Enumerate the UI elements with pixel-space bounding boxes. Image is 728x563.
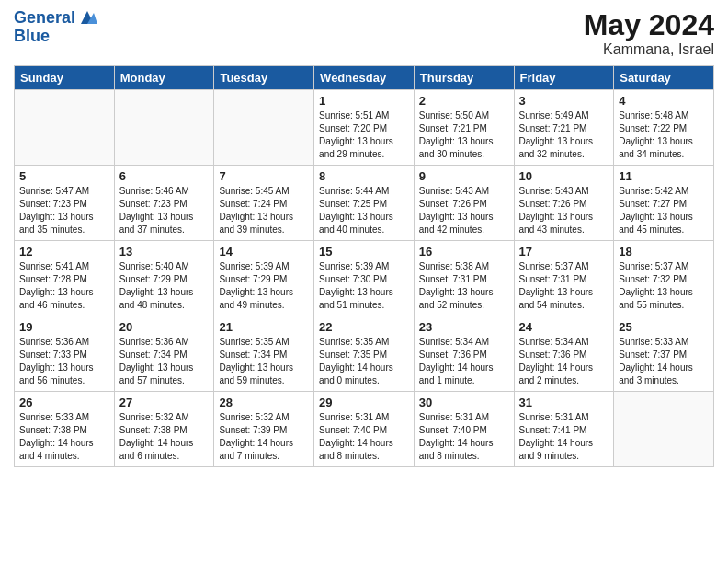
calendar-cell: 21Sunrise: 5:35 AM Sunset: 7:34 PM Dayli… <box>214 316 314 392</box>
day-number: 28 <box>219 396 309 409</box>
header-tuesday: Tuesday <box>214 66 314 90</box>
calendar-cell: 14Sunrise: 5:39 AM Sunset: 7:29 PM Dayli… <box>214 241 314 316</box>
day-number: 15 <box>319 245 409 259</box>
day-info: Sunrise: 5:40 AM Sunset: 7:29 PM Dayligh… <box>119 260 210 312</box>
calendar-cell: 19Sunrise: 5:36 AM Sunset: 7:33 PM Dayli… <box>15 316 115 392</box>
calendar-cell: 7Sunrise: 5:45 AM Sunset: 7:24 PM Daylig… <box>214 166 314 241</box>
calendar-cell: 10Sunrise: 5:43 AM Sunset: 7:26 PM Dayli… <box>514 166 614 241</box>
day-info: Sunrise: 5:46 AM Sunset: 7:23 PM Dayligh… <box>119 185 210 236</box>
day-info: Sunrise: 5:47 AM Sunset: 7:23 PM Dayligh… <box>19 185 109 236</box>
calendar-page: General Blue May 2024 Kammana, Israel Su… <box>0 0 728 563</box>
day-info: Sunrise: 5:31 AM Sunset: 7:40 PM Dayligh… <box>319 411 409 463</box>
day-info: Sunrise: 5:32 AM Sunset: 7:39 PM Dayligh… <box>219 411 309 463</box>
day-info: Sunrise: 5:37 AM Sunset: 7:32 PM Dayligh… <box>619 260 709 312</box>
day-number: 11 <box>619 169 709 183</box>
month-title: May 2024 <box>584 9 714 41</box>
day-number: 5 <box>19 169 109 183</box>
day-info: Sunrise: 5:50 AM Sunset: 7:21 PM Dayligh… <box>419 109 509 161</box>
day-info: Sunrise: 5:51 AM Sunset: 7:20 PM Dayligh… <box>319 109 409 161</box>
calendar-cell <box>15 90 115 166</box>
day-info: Sunrise: 5:35 AM Sunset: 7:34 PM Dayligh… <box>219 336 309 387</box>
title-area: May 2024 Kammana, Israel <box>584 9 714 58</box>
calendar-cell: 22Sunrise: 5:35 AM Sunset: 7:35 PM Dayli… <box>314 316 415 392</box>
calendar-cell: 3Sunrise: 5:49 AM Sunset: 7:21 PM Daylig… <box>514 90 614 166</box>
calendar-week-2: 5Sunrise: 5:47 AM Sunset: 7:23 PM Daylig… <box>15 166 714 241</box>
day-info: Sunrise: 5:43 AM Sunset: 7:26 PM Dayligh… <box>419 185 509 236</box>
day-number: 20 <box>119 320 210 334</box>
day-number: 29 <box>319 396 409 409</box>
day-info: Sunrise: 5:42 AM Sunset: 7:27 PM Dayligh… <box>619 185 709 236</box>
logo-icon <box>77 7 97 28</box>
calendar-cell: 29Sunrise: 5:31 AM Sunset: 7:40 PM Dayli… <box>314 392 415 467</box>
day-info: Sunrise: 5:38 AM Sunset: 7:31 PM Dayligh… <box>419 260 509 312</box>
calendar-cell <box>114 90 214 166</box>
day-number: 10 <box>519 169 609 183</box>
day-number: 14 <box>219 245 309 259</box>
day-number: 16 <box>419 245 509 259</box>
day-number: 18 <box>619 245 709 259</box>
day-number: 12 <box>19 245 109 259</box>
header-monday: Monday <box>114 66 214 90</box>
day-number: 4 <box>619 94 709 108</box>
day-number: 23 <box>419 320 509 334</box>
day-number: 31 <box>519 396 609 409</box>
calendar-cell: 4Sunrise: 5:48 AM Sunset: 7:22 PM Daylig… <box>614 90 714 166</box>
calendar-cell: 9Sunrise: 5:43 AM Sunset: 7:26 PM Daylig… <box>414 166 514 241</box>
header-thursday: Thursday <box>414 66 514 90</box>
calendar-cell: 28Sunrise: 5:32 AM Sunset: 7:39 PM Dayli… <box>214 392 314 467</box>
day-number: 30 <box>419 396 509 409</box>
calendar-cell: 8Sunrise: 5:44 AM Sunset: 7:25 PM Daylig… <box>314 166 415 241</box>
day-info: Sunrise: 5:37 AM Sunset: 7:31 PM Dayligh… <box>519 260 609 312</box>
day-info: Sunrise: 5:34 AM Sunset: 7:36 PM Dayligh… <box>419 336 509 387</box>
day-info: Sunrise: 5:49 AM Sunset: 7:21 PM Dayligh… <box>519 109 609 161</box>
day-info: Sunrise: 5:44 AM Sunset: 7:25 PM Dayligh… <box>319 185 409 236</box>
calendar-cell: 16Sunrise: 5:38 AM Sunset: 7:31 PM Dayli… <box>414 241 514 316</box>
day-number: 25 <box>619 320 709 334</box>
day-number: 17 <box>519 245 609 259</box>
logo-line2: Blue <box>14 28 97 46</box>
day-info: Sunrise: 5:36 AM Sunset: 7:34 PM Dayligh… <box>119 336 210 387</box>
calendar-cell: 17Sunrise: 5:37 AM Sunset: 7:31 PM Dayli… <box>514 241 614 316</box>
day-info: Sunrise: 5:34 AM Sunset: 7:36 PM Dayligh… <box>519 336 609 387</box>
day-number: 1 <box>319 94 409 108</box>
calendar-cell: 13Sunrise: 5:40 AM Sunset: 7:29 PM Dayli… <box>114 241 214 316</box>
day-info: Sunrise: 5:45 AM Sunset: 7:24 PM Dayligh… <box>219 185 309 236</box>
day-info: Sunrise: 5:48 AM Sunset: 7:22 PM Dayligh… <box>619 109 709 161</box>
calendar-cell: 26Sunrise: 5:33 AM Sunset: 7:38 PM Dayli… <box>15 392 115 467</box>
day-info: Sunrise: 5:43 AM Sunset: 7:26 PM Dayligh… <box>519 185 609 236</box>
calendar-table: Sunday Monday Tuesday Wednesday Thursday… <box>14 65 714 467</box>
logo: General Blue <box>14 9 97 46</box>
day-number: 6 <box>119 169 210 183</box>
calendar-cell: 20Sunrise: 5:36 AM Sunset: 7:34 PM Dayli… <box>114 316 214 392</box>
calendar-cell: 6Sunrise: 5:46 AM Sunset: 7:23 PM Daylig… <box>114 166 214 241</box>
header-saturday: Saturday <box>614 66 714 90</box>
logo-text: General <box>14 9 75 28</box>
calendar-week-3: 12Sunrise: 5:41 AM Sunset: 7:28 PM Dayli… <box>15 241 714 316</box>
day-number: 8 <box>319 169 409 183</box>
calendar-cell: 24Sunrise: 5:34 AM Sunset: 7:36 PM Dayli… <box>514 316 614 392</box>
day-info: Sunrise: 5:41 AM Sunset: 7:28 PM Dayligh… <box>19 260 109 312</box>
header-wednesday: Wednesday <box>314 66 415 90</box>
day-info: Sunrise: 5:39 AM Sunset: 7:30 PM Dayligh… <box>319 260 409 312</box>
calendar-week-1: 1Sunrise: 5:51 AM Sunset: 7:20 PM Daylig… <box>15 90 714 166</box>
day-number: 27 <box>119 396 210 409</box>
calendar-cell: 30Sunrise: 5:31 AM Sunset: 7:40 PM Dayli… <box>414 392 514 467</box>
calendar-cell: 27Sunrise: 5:32 AM Sunset: 7:38 PM Dayli… <box>114 392 214 467</box>
calendar-cell: 18Sunrise: 5:37 AM Sunset: 7:32 PM Dayli… <box>614 241 714 316</box>
day-info: Sunrise: 5:36 AM Sunset: 7:33 PM Dayligh… <box>19 336 109 387</box>
day-number: 9 <box>419 169 509 183</box>
day-number: 22 <box>319 320 409 334</box>
day-info: Sunrise: 5:35 AM Sunset: 7:35 PM Dayligh… <box>319 336 409 387</box>
day-number: 13 <box>119 245 210 259</box>
day-number: 19 <box>19 320 109 334</box>
calendar-cell: 23Sunrise: 5:34 AM Sunset: 7:36 PM Dayli… <box>414 316 514 392</box>
calendar-cell: 5Sunrise: 5:47 AM Sunset: 7:23 PM Daylig… <box>15 166 115 241</box>
calendar-cell <box>614 392 714 467</box>
day-info: Sunrise: 5:31 AM Sunset: 7:41 PM Dayligh… <box>519 411 609 463</box>
day-info: Sunrise: 5:33 AM Sunset: 7:38 PM Dayligh… <box>19 411 109 463</box>
header-sunday: Sunday <box>15 66 115 90</box>
day-info: Sunrise: 5:33 AM Sunset: 7:37 PM Dayligh… <box>619 336 709 387</box>
weekday-header-row: Sunday Monday Tuesday Wednesday Thursday… <box>15 66 714 90</box>
calendar-cell: 15Sunrise: 5:39 AM Sunset: 7:30 PM Dayli… <box>314 241 415 316</box>
calendar-cell: 11Sunrise: 5:42 AM Sunset: 7:27 PM Dayli… <box>614 166 714 241</box>
